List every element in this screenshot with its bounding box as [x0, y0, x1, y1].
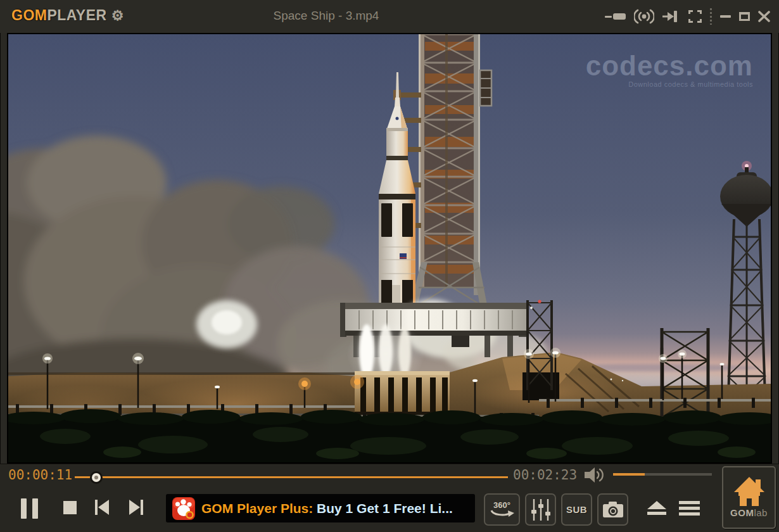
sound-effect-icon[interactable]: [634, 7, 654, 26]
equalizer-button[interactable]: [525, 493, 556, 526]
equalizer-icon: [530, 498, 552, 521]
window-separator: [710, 7, 712, 26]
gomlab-house-icon: [733, 477, 766, 506]
logo-gom: GOM: [11, 7, 47, 23]
video-display[interactable]: codecs.com Download codecs & multimedia …: [8, 34, 771, 462]
gomlab-button[interactable]: GOMlab: [722, 466, 776, 529]
control-bar: 00:00:11 00:02:23 GOM Player Plus: Buy: [0, 464, 779, 532]
ad-banner[interactable]: GOM Player Plus: Buy 1 Get 1 Free! Li...: [166, 494, 475, 522]
gomlab-label: GOMlab: [730, 507, 768, 518]
pause-button[interactable]: [18, 497, 41, 520]
eject-button[interactable]: [647, 501, 666, 515]
volume-bar[interactable]: [613, 473, 712, 476]
window-title: Space Ship - 3.mp4: [51, 9, 602, 23]
pin-icon[interactable]: [662, 7, 680, 26]
smoke-highlight: [196, 300, 257, 348]
gom-plus-icon: [172, 497, 195, 520]
seek-bar[interactable]: [75, 471, 508, 484]
fullscreen-icon[interactable]: [688, 7, 702, 26]
treeline: [8, 409, 771, 462]
menu-button[interactable]: [679, 501, 700, 516]
seek-knob[interactable]: [90, 471, 103, 484]
view-360-button[interactable]: 360°: [484, 493, 520, 526]
volume-fill[interactable]: [613, 473, 645, 476]
subtitles-label: SUB: [566, 504, 587, 515]
next-button[interactable]: [129, 500, 143, 515]
seek-track[interactable]: [75, 476, 508, 478]
video-frame: codecs.com Download codecs & multimedia …: [7, 33, 772, 464]
panel-toggle-icon[interactable]: [605, 7, 626, 26]
gomlab-label-gom: GOM: [730, 507, 754, 518]
view-360-label: 360°: [493, 502, 510, 509]
gom-player-window: GOMPLAYER ⚙ Space Ship - 3.mp4: [0, 0, 779, 532]
close-icon[interactable]: [758, 7, 770, 26]
subtitles-button[interactable]: SUB: [561, 493, 592, 526]
rocket-launch-scene: [8, 34, 771, 462]
snapshot-button[interactable]: [597, 493, 628, 526]
ad-text: GOM Player Plus: Buy 1 Get 1 Free! Li...: [201, 501, 453, 516]
current-time: 00:00:11: [8, 467, 72, 483]
stop-button[interactable]: [63, 501, 77, 514]
ad-message: Buy 1 Get 1 Free! Li...: [313, 501, 453, 516]
titlebar[interactable]: GOMPLAYER ⚙ Space Ship - 3.mp4: [0, 0, 779, 33]
minimize-icon[interactable]: [720, 7, 731, 26]
rotate-arrows-icon: [489, 509, 516, 519]
maximize-icon[interactable]: [739, 7, 750, 26]
speaker-icon[interactable]: [584, 467, 604, 483]
ad-brand: GOM Player Plus:: [201, 501, 313, 516]
flame-trench-wall: [355, 371, 450, 418]
previous-button[interactable]: [95, 500, 109, 515]
duration: 00:02:23: [513, 467, 577, 483]
gomlab-label-lab: lab: [754, 507, 768, 518]
camera-icon: [602, 501, 624, 519]
